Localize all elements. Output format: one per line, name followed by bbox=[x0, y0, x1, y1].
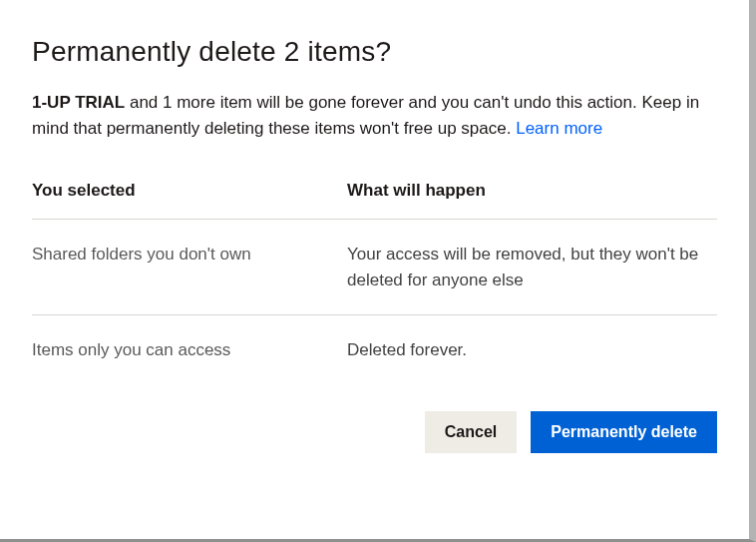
delete-confirmation-dialog: Permanently delete 2 items? 1-UP TRIAL a… bbox=[0, 0, 749, 477]
table-row: Shared folders you don't own Your access… bbox=[32, 220, 717, 315]
column-header-selected: You selected bbox=[32, 181, 347, 220]
learn-more-link[interactable]: Learn more bbox=[516, 119, 602, 138]
column-header-outcome: What will happen bbox=[347, 181, 717, 220]
table-cell-selected: Items only you can access bbox=[32, 315, 347, 385]
dialog-body-itemname: 1-UP TRIAL bbox=[32, 93, 125, 112]
impact-table: You selected What will happen Shared fol… bbox=[32, 181, 717, 385]
table-row: Items only you can access Deleted foreve… bbox=[32, 315, 717, 385]
table-cell-outcome: Your access will be removed, but they wo… bbox=[347, 220, 717, 315]
modal-frame: Permanently delete 2 items? 1-UP TRIAL a… bbox=[0, 0, 756, 542]
table-cell-selected: Shared folders you don't own bbox=[32, 220, 347, 315]
table-cell-outcome: Deleted forever. bbox=[347, 315, 717, 385]
dialog-title: Permanently delete 2 items? bbox=[32, 36, 717, 68]
permanently-delete-button[interactable]: Permanently delete bbox=[531, 411, 717, 453]
dialog-actions: Cancel Permanently delete bbox=[32, 411, 717, 453]
cancel-button[interactable]: Cancel bbox=[425, 411, 517, 453]
dialog-body: 1-UP TRIAL and 1 more item will be gone … bbox=[32, 90, 717, 141]
